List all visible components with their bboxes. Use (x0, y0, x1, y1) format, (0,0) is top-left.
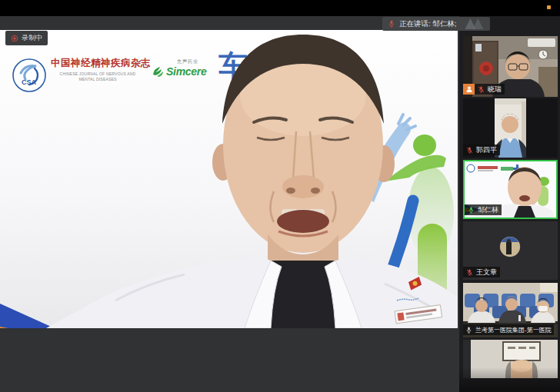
host-badge-icon (463, 84, 475, 95)
record-icon (11, 35, 18, 42)
mic-muted-icon (478, 86, 485, 93)
mic-muted-icon (466, 147, 473, 154)
meeting-logo-watermark-icon (465, 18, 485, 29)
participant-name-label: 兰考第一医院集团-第一医院 (463, 324, 554, 335)
speaker-video-scene (0, 30, 458, 328)
participant-tile-guo-siping[interactable]: 郭四平 (463, 98, 558, 158)
main-video-zou-renlin[interactable]: CSA 中国神经精神疾病杂志 CHINESE JOURNAL OF NERVOU… (0, 30, 458, 328)
recording-indicator[interactable]: 录制中 (5, 31, 48, 45)
notification-dot-icon (547, 5, 551, 9)
sidebar-bottom-fade (459, 367, 560, 392)
participant-tile-zou-renlin-active[interactable]: 邹仁林 (463, 160, 558, 219)
recording-label: 录制中 (22, 33, 42, 43)
participant-name-label: 晓瑞 (475, 84, 505, 95)
participant-sidebar: 晓瑞 郭四平 (459, 16, 560, 392)
mic-on-icon (465, 327, 472, 334)
mic-speaking-icon (468, 207, 475, 214)
participant-name-label: 王文章 (463, 267, 500, 277)
speaker-mic-icon (388, 20, 395, 28)
mic-muted-icon (466, 269, 473, 276)
participant-tile-wang-wenzhang[interactable]: 王文章 (463, 221, 558, 280)
window-title-strip (0, 0, 560, 16)
active-speaker-label: 正在讲话: 邹仁林; (399, 19, 456, 29)
active-speaker-indicator: 正在讲话: 邹仁林; (382, 17, 490, 31)
participant-name-label: 邹仁林 (465, 204, 502, 215)
participant-tile-xiaorui[interactable]: 晓瑞 (463, 36, 558, 97)
participant-name-label: 郭四平 (463, 145, 500, 155)
participant-tile-lankao-hospital[interactable]: 兰考第一医院集团-第一医院 (463, 283, 558, 337)
